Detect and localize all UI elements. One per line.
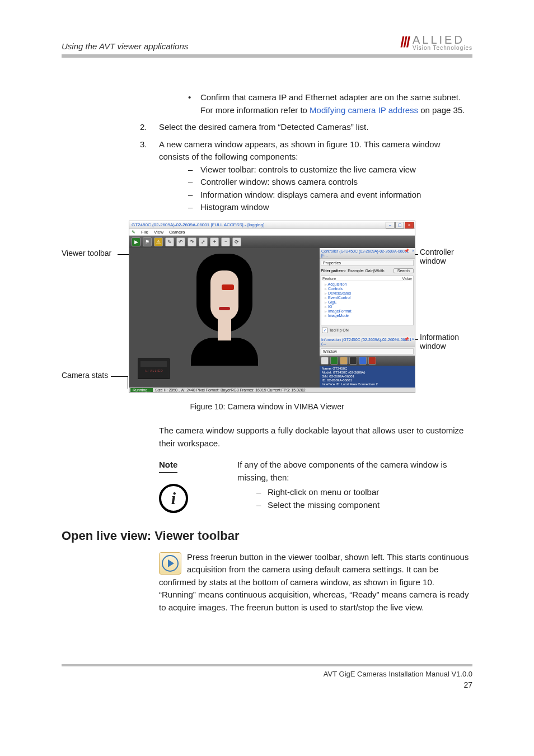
menu-file[interactable]: File <box>141 230 148 235</box>
sub-bullet: Confirm that camera IP and Ethernet adap… <box>181 91 472 116</box>
status-bar: Running... Size H: 2050 , W: 2448 Pixel … <box>129 388 415 393</box>
tool-icon[interactable] <box>359 357 367 365</box>
live-view-paragraph: Press freerun button in the viewer toolb… <box>159 552 469 612</box>
play-icon <box>162 555 179 572</box>
section-heading: Open live view: Viewer toolbar <box>62 529 472 543</box>
tool-icon[interactable] <box>340 357 348 365</box>
close-icon[interactable]: × <box>412 249 414 253</box>
logo-slash-icon: /// <box>400 34 409 51</box>
pin-icon[interactable]: 📌 <box>404 337 409 342</box>
tree-item[interactable]: IO <box>325 305 412 309</box>
running-header: Using the AVT viewer applications <box>62 41 188 51</box>
annot-controller-window: Controllerwindow <box>420 248 454 265</box>
info-toolbar[interactable] <box>320 356 415 366</box>
menubar[interactable]: ✎ File View Camera <box>129 229 415 236</box>
status-details: Size H: 2050 , W: 2448 Pixel Format: Bay… <box>155 388 306 392</box>
properties-tab[interactable]: Properties <box>321 260 414 266</box>
window-titlebar: GT2450C (02-2609A)-02-2609A-06001 [FULL … <box>129 221 415 229</box>
filter-label: Filter pattern: <box>321 269 346 273</box>
tool-icon[interactable]: ⚑ <box>143 237 152 246</box>
tool-icon[interactable]: ↷ <box>188 237 196 246</box>
dash-item: Viewer toolbar: controls to customize th… <box>181 164 472 176</box>
info-panel-title: Information (GT2450C (02-2609A)-02-2609A… <box>320 337 415 347</box>
note-block: Note i If any of the above components of… <box>159 459 472 513</box>
tool-icon[interactable] <box>349 357 357 365</box>
tool-icon[interactable]: ⚠ <box>154 237 163 246</box>
note-text: If any of the above components of the ca… <box>237 459 472 484</box>
steps-list: Confirm that camera IP and Ethernet adap… <box>140 91 472 214</box>
tree-item[interactable]: GigE <box>325 300 412 305</box>
search-button[interactable]: Search <box>394 268 414 273</box>
camera-prop: /// ALLIED <box>138 358 170 379</box>
zoom-fit-icon[interactable]: ⤢ <box>199 237 208 246</box>
tool-icon[interactable]: ↶ <box>176 237 185 246</box>
note-item: Right-click on menu or toolbar <box>256 486 472 499</box>
annot-viewer-toolbar: Viewer toolbar <box>62 249 111 258</box>
tree-item[interactable]: ImageMode <box>325 314 412 318</box>
tree-item[interactable]: ImageFormat <box>325 309 412 314</box>
page-number: 27 <box>62 680 472 689</box>
controller-panel-title: Controller (GT2450C (02-2609A)-02-2609A-… <box>320 248 415 259</box>
annot-camera-stats: Camera stats <box>62 371 108 380</box>
freerun-button[interactable] <box>159 552 181 575</box>
menu-camera[interactable]: Camera <box>169 230 185 235</box>
tooltip-label: ToolTip ON <box>329 328 349 332</box>
feature-tree[interactable]: FeatureValue Acquisition Controls Device… <box>321 276 414 325</box>
tree-item[interactable]: EventControl <box>325 296 412 300</box>
link-modify-ip[interactable]: Modifying camera IP address <box>310 105 418 115</box>
logo-subtitle: Vision Technologies <box>413 45 472 51</box>
tree-item[interactable]: Acquisition <box>325 282 412 287</box>
tooltip-checkbox[interactable]: ✓ <box>322 328 327 333</box>
info-icon: i <box>159 484 188 513</box>
refresh-icon[interactable]: ⟳ <box>232 237 241 246</box>
tree-item[interactable]: DeviceStatus <box>325 291 412 296</box>
logo: /// ALLIED Vision Technologies <box>400 34 472 51</box>
vimba-camera-window: GT2450C (02-2609A)-02-2609A-06001 [FULL … <box>129 221 415 394</box>
live-view-area[interactable]: /// ALLIED <box>129 248 320 388</box>
filter-example: Example: Gain|Width <box>348 269 385 273</box>
menu-view[interactable]: View <box>154 230 163 235</box>
step-2: 2.Select the desired camera from “Detect… <box>140 121 472 134</box>
pin-icon[interactable]: 📌 <box>404 249 409 253</box>
tree-item[interactable]: Controls <box>325 287 412 291</box>
viewer-toolbar[interactable]: ▶ ⚑ ⚠ ✎ ↶ ↷ ⤢ ＋ － ⟳ <box>129 236 415 248</box>
zoom-in-icon[interactable]: ＋ <box>210 237 219 246</box>
header-rule <box>62 54 472 58</box>
note-label: Note <box>159 459 177 473</box>
tool-icon[interactable] <box>368 357 376 365</box>
dash-item: Information window: displays camera and … <box>181 189 472 202</box>
maximize-icon[interactable]: ▢ <box>395 222 404 228</box>
minimize-icon[interactable]: – <box>386 222 395 228</box>
zoom-out-icon[interactable]: － <box>221 237 230 246</box>
info-window-tab[interactable]: Window <box>321 348 414 354</box>
tool-icon[interactable] <box>321 357 329 365</box>
annot-information-window: Informationwindow <box>420 333 459 351</box>
tool-icon[interactable] <box>330 357 338 365</box>
footer-doc-title: AVT GigE Cameras Installation Manual V1.… <box>62 670 472 678</box>
tool-icon[interactable]: ✎ <box>165 237 174 246</box>
freerun-icon[interactable]: ▶ <box>132 237 140 246</box>
logo-title: ALLIED <box>413 34 472 45</box>
note-item: Select the missing component <box>256 499 472 512</box>
figure-caption: Figure 10: Camera window in VIMBA Viewer <box>62 402 472 411</box>
dash-item: Controller window: shows camera controls <box>181 176 472 189</box>
close-icon[interactable]: × <box>405 222 414 228</box>
body-paragraph: The camera window supports a fully docka… <box>159 424 472 450</box>
close-icon[interactable]: × <box>412 337 414 341</box>
step-3: 3.A new camera window appears, as shown … <box>140 138 472 214</box>
info-body: Name: GT2450C Model: GT2450C (02-2609A) … <box>320 366 415 388</box>
footer-rule <box>62 664 472 666</box>
dash-item: Histogram window <box>181 201 472 214</box>
status-running: Running... <box>130 388 153 392</box>
